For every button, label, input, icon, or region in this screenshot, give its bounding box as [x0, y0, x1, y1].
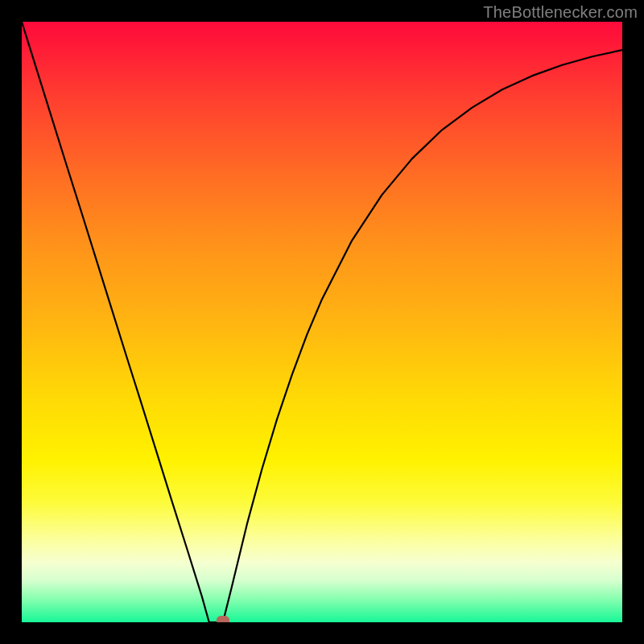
- bottleneck-curve: [22, 22, 622, 622]
- chart-frame: TheBottlenecker.com: [0, 0, 644, 644]
- watermark-text: TheBottlenecker.com: [483, 3, 638, 22]
- optimum-marker: [217, 616, 229, 622]
- plot-area: [22, 22, 622, 622]
